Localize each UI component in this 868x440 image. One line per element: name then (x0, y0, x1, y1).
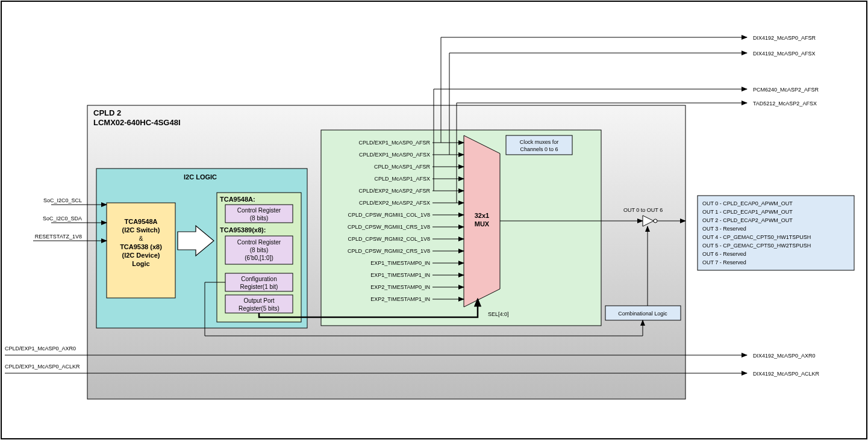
cpld-title-2: LCMX02-640HC-4SG48I (93, 118, 181, 127)
regs-9538-title: TCA95389(x8): (220, 226, 266, 234)
out-row-6: OUT 6 - Reserved (702, 251, 746, 257)
i2c-device-l4: TCA9538 (x8) (120, 243, 162, 250)
reg-9538-ctrl-l2: (8 bits) (250, 247, 269, 253)
clock-muxes-note-l2: Channels 0 to 6 (520, 146, 558, 152)
right-out-3: TAD5212_McASP2_AFSX (753, 101, 817, 107)
right-out-aclkr: DIX4192_McASP0_ACLKR (753, 371, 820, 377)
clock-muxes-note-l1: Clock muxes for (520, 139, 559, 145)
left-in-3: CPLD/EXP1_McASP0_AXR0 (5, 345, 76, 352)
mux-input-1: CPLD/EXP1_McASP0_AFSX (359, 152, 430, 158)
reg-9538-ctrl-l3: (6'b0,[1:0]) (245, 255, 273, 261)
mux-out-label: OUT 0 to OUT 6 (623, 207, 663, 213)
reg-9548-ctrl-l2: (8 bits) (250, 215, 269, 222)
left-in-4: CPLD/EXP1_McASP0_ACLKR (5, 364, 80, 370)
reg-9538-out-l2: Register(5 bits) (239, 305, 279, 312)
i2c-device-l6: Logic (132, 260, 149, 267)
mux-input-12: EXP2_TIMESTAMP0_IN (370, 284, 430, 290)
mux-input-6: CPLD_CPSW_RGMII1_COL_1V8 (348, 212, 430, 218)
reg-9538-cfg-l2: Register(1 bit) (240, 284, 278, 290)
cpld-title-1: CPLD 2 (93, 108, 121, 117)
tristate-bubble-icon (654, 219, 657, 223)
right-out-1: DIX4192_McASP0_AFSX (753, 51, 816, 57)
reg-9538-out-l1: Output Port (243, 297, 274, 304)
mux-input-8: CPLD_CPSW_RGMII2_COL_1V8 (348, 236, 430, 242)
mux-input-5: CPLD/EXP2_McASP2_AFSX (359, 200, 430, 206)
i2c-logic-title: I2C LOGIC (184, 173, 217, 181)
i2c-device-l2: (I2C Switch) (122, 226, 160, 234)
i2c-device-l1: TCA9548A (124, 218, 157, 225)
left-in-2: RESETSTATZ_1V8 (35, 234, 82, 240)
out-row-4: OUT 4 - CP_GEMAC_CPTS0_HW1TSPUSH (702, 234, 811, 240)
i2c-device-box (107, 203, 175, 298)
reg-9548-ctrl-l1: Control Register (237, 207, 281, 214)
combinational-logic-label: Combinational Logic (618, 311, 667, 317)
right-out-0: DIX4192_McASP0_AFSR (753, 35, 816, 41)
mux-input-13: EXP2_TIMESTAMP1_IN (370, 296, 430, 302)
mux-title-2: MUX (475, 220, 490, 228)
mux-input-2: CPLD_McASP1_AFSR (374, 164, 431, 170)
sel-label: SEL[4:0] (488, 311, 509, 317)
out-row-3: OUT 3 - Reserved (702, 226, 746, 232)
out-row-2: OUT 2 - CPLD_ECAP2_APWM_OUT (702, 217, 793, 223)
i2c-device-l5: (I2C Device) (122, 252, 160, 259)
i2c-device-l3: & (139, 235, 143, 242)
out-row-1: OUT 1 - CPLD_ECAP1_APWM_OUT (702, 209, 793, 215)
left-in-0: SoC_I2C0_SCL (43, 197, 82, 203)
right-out-2: PCM6240_McASP2_AFSR (753, 87, 819, 93)
mux-input-9: CPLD_CPSW_RGMII2_CRS_1V8 (348, 248, 430, 254)
out-row-0: OUT 0 - CPLD_ECAP0_APWM_OUT (702, 200, 793, 206)
mux-input-0: CPLD/EXP1_McASP0_AFSR (358, 140, 430, 146)
mux-input-3: CPLD_McASP1_AFSX (374, 176, 430, 182)
mux-input-7: CPLD_CPSW_RGMII1_CRS_1V8 (348, 224, 430, 230)
out-row-7: OUT 7 - Reserved (702, 259, 746, 265)
mux-input-11: EXP1_TIMESTAMP1_IN (370, 272, 430, 278)
left-in-1: SoC_I2C0_SDA (43, 215, 82, 222)
regs-9548-title: TCA9548A: (220, 196, 255, 203)
out-row-5: OUT 5 - CP_GEMAC_CPTS0_HW2TSPUSH (702, 243, 811, 249)
mux-title-1: 32x1 (475, 212, 489, 219)
reg-9538-ctrl-l1: Control Register (237, 239, 281, 246)
mux-input-10: EXP1_TIMESTAMP0_IN (370, 260, 430, 266)
mux-input-4: CPLD/EXP2_McASP2_AFSR (358, 188, 430, 194)
right-out-axr0: DIX4192_McASP0_AXR0 (753, 353, 816, 359)
reg-9538-cfg-l1: Configuration (241, 276, 276, 282)
